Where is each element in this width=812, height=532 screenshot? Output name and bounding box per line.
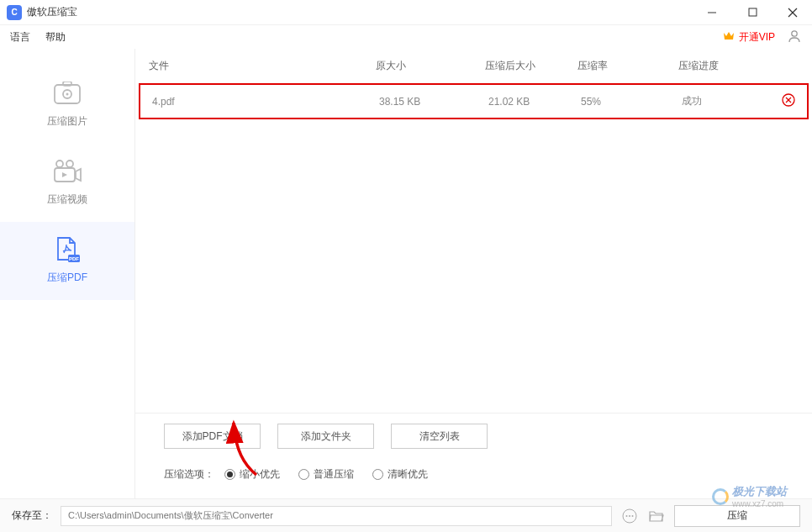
radio-label: 清晰优先 [388,467,428,482]
image-compress-icon [52,81,82,106]
save-path-input[interactable] [61,506,612,526]
clear-list-button[interactable]: 清空列表 [391,424,488,449]
header-file: 文件 [149,59,376,73]
cell-compressed-size: 21.02 KB [488,96,581,108]
header-progress: 压缩进度 [678,59,762,73]
app-title: 傲软压缩宝 [27,5,77,19]
menubar: 语言 帮助 开通VIP [0,25,812,49]
titlebar: C 傲软压缩宝 [0,0,812,25]
radio-icon [224,469,235,480]
footer: 保存至： 压缩 [0,498,812,532]
compression-options: 压缩选项： 缩小优先 普通压缩 清晰优先 [149,467,799,482]
minimize-icon [707,8,717,18]
cell-file: 4.pdf [152,96,379,108]
delete-icon [782,93,795,107]
compress-button[interactable]: 压缩 [674,505,800,527]
radio-label: 缩小优先 [240,467,280,482]
content: 文件 原大小 压缩后大小 压缩率 压缩进度 4.pdf 38.15 KB 21.… [134,49,812,498]
menu-language[interactable]: 语言 [10,30,30,45]
radio-label: 普通压缩 [314,467,354,482]
radio-icon [298,469,309,480]
sidebar: 压缩图片 压缩视频 PDF 压缩PDF [0,49,134,498]
cell-progress: 成功 [682,94,766,108]
svg-text:PDF: PDF [69,256,79,261]
header-compressed-size: 压缩后大小 [485,59,577,73]
sidebar-item-video[interactable]: 压缩视频 [0,144,134,222]
open-folder-button[interactable] [647,507,666,525]
minimize-button[interactable] [699,0,725,25]
crown-icon [722,30,736,45]
close-icon [788,8,798,18]
header-original-size: 原大小 [376,59,485,73]
radio-normal[interactable]: 普通压缩 [298,467,354,482]
save-to-label: 保存至： [12,508,52,523]
options-label: 压缩选项： [164,467,214,482]
svg-point-8 [66,93,69,96]
radio-clarity-priority[interactable]: 清晰优先 [372,467,428,482]
vip-link[interactable]: 开通VIP [722,30,775,45]
add-pdf-button[interactable]: 添加PDF文档 [164,424,261,449]
radio-size-priority[interactable]: 缩小优先 [224,467,280,482]
radio-group: 缩小优先 普通压缩 清晰优先 [224,467,428,482]
more-options-button[interactable] [620,507,639,525]
sidebar-item-label: 压缩图片 [47,114,87,129]
user-icon[interactable] [787,29,802,46]
svg-point-18 [626,515,628,517]
window-controls [699,0,805,25]
vip-label: 开通VIP [739,30,775,45]
app-icon: C [7,5,22,20]
cell-original-size: 38.15 KB [379,96,488,108]
maximize-button[interactable] [740,0,765,25]
maximize-icon [748,8,757,17]
svg-rect-6 [63,82,71,86]
svg-point-9 [56,161,63,167]
svg-point-19 [629,515,630,517]
main-container: 压缩图片 压缩视频 PDF 压缩PDF 文件 原大小 压缩后大小 压缩率 压缩进… [0,49,812,498]
svg-point-4 [792,30,797,35]
cell-ratio: 55% [581,96,682,108]
svg-point-20 [632,515,634,517]
sidebar-item-label: 压缩PDF [47,271,87,285]
add-folder-button[interactable]: 添加文件夹 [277,424,374,449]
svg-point-10 [66,161,73,167]
sidebar-item-image[interactable]: 压缩图片 [0,66,134,144]
sidebar-item-label: 压缩视频 [47,192,87,207]
radio-icon [372,469,383,480]
table-header: 文件 原大小 压缩后大小 压缩率 压缩进度 [135,49,812,83]
menu-help[interactable]: 帮助 [45,30,66,45]
svg-rect-1 [749,8,757,16]
table-row[interactable]: 4.pdf 38.15 KB 21.02 KB 55% 成功 [139,83,809,119]
vip-area: 开通VIP [722,29,802,46]
ellipsis-icon [622,508,637,524]
sidebar-item-pdf[interactable]: PDF 压缩PDF [0,222,134,300]
delete-row-button[interactable] [782,93,795,109]
close-button[interactable] [780,0,805,25]
folder-icon [649,509,664,523]
pdf-compress-icon: PDF [52,237,82,262]
controls-area: 添加PDF文档 添加文件夹 清空列表 压缩选项： 缩小优先 普通压缩 [135,413,812,498]
button-row: 添加PDF文档 添加文件夹 清空列表 [149,424,799,449]
video-compress-icon [52,159,82,184]
header-ratio: 压缩率 [577,59,678,73]
